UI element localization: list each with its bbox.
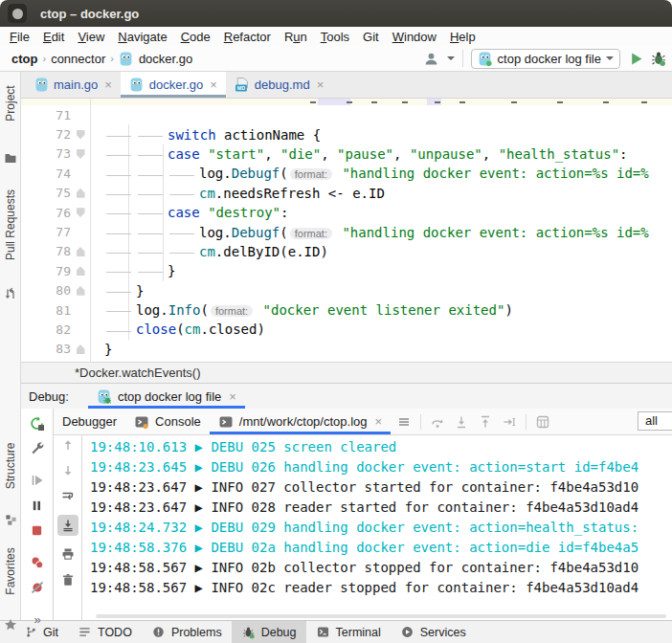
up-icon[interactable] [60, 437, 76, 453]
fold-marker-icon[interactable] [77, 130, 85, 140]
run-button[interactable] [628, 51, 643, 66]
line-number: 83 [21, 342, 71, 356]
close-icon[interactable]: × [229, 390, 236, 403]
menu-item-window[interactable]: Window [386, 30, 443, 44]
soft-wrap-icon[interactable] [60, 489, 76, 504]
menu-item-run[interactable]: Run [278, 30, 314, 44]
statusbar-item-problems[interactable]: Problems [142, 621, 232, 643]
user-icon[interactable] [424, 51, 439, 66]
line-number: 74 [21, 166, 71, 181]
tab-whitespace [104, 285, 136, 299]
statusbar-item-services[interactable]: Services [391, 621, 476, 643]
pull-requests-icon[interactable] [3, 286, 18, 301]
console-tab-debugger[interactable]: Debugger [54, 409, 125, 434]
fold-gutter [71, 208, 90, 217]
ide-window: ctop – docker.go FileEditViewNavigateCod… [0, 0, 672, 643]
code-text: log.Info(format: "docker event listener … [90, 302, 513, 318]
horizontal-scrollbar[interactable] [96, 614, 666, 618]
structure-icon[interactable] [3, 512, 18, 527]
token: Debugf [232, 166, 280, 181]
line-number: 77 [21, 225, 71, 239]
user-dropdown-caret[interactable] [447, 56, 455, 64]
code-editor[interactable]: 7172switch actionName {73case "start", "… [21, 99, 672, 362]
step-into-icon[interactable] [454, 414, 469, 430]
wrench-icon[interactable] [30, 440, 45, 455]
breadcrumb-item[interactable]: connector [51, 52, 105, 66]
close-icon[interactable]: × [374, 415, 382, 428]
view-breakpoints-icon[interactable] [30, 555, 45, 570]
evaluate-icon[interactable] [535, 414, 550, 430]
sidebar-item-structure[interactable]: Structure [4, 443, 17, 490]
editor-tab-debug-md[interactable]: MDdebug.md× [226, 72, 332, 98]
resume-icon[interactable] [30, 473, 45, 488]
code-text: cm.needsRefresh <- e.ID [90, 186, 385, 201]
run-configuration-select[interactable]: ctop docker log file [471, 49, 620, 69]
log-line: 19:48:23.647 ▶ INFO 028 reader started f… [90, 498, 672, 518]
debug-session-tab[interactable]: ctop docker log file × [88, 384, 245, 409]
token: } [104, 342, 112, 357]
menu-item-edit[interactable]: Edit [36, 30, 71, 44]
trash-icon[interactable] [60, 572, 76, 588]
console-tab--mnt-work-ctop-ctop-log[interactable]: /mnt/work/ctop/ctop.log× [210, 409, 391, 434]
run-to-cursor-icon[interactable] [502, 414, 517, 430]
fold-marker-icon[interactable] [77, 344, 85, 354]
sidebar-item-favorites[interactable]: Favorites [4, 547, 17, 594]
statusbar-item-debug[interactable]: Debug [232, 621, 306, 643]
rerun-icon[interactable] [30, 415, 45, 431]
log-output[interactable]: 19:48:10.613 ▶ DEBU 025 screen cleared19… [82, 435, 672, 620]
menu-item-file[interactable]: File [3, 30, 36, 44]
menu-item-view[interactable]: View [71, 30, 111, 44]
fold-marker-icon[interactable] [77, 188, 85, 198]
menu-bar: FileEditViewNavigateCodeRefactorRunTools… [0, 27, 672, 46]
favorites-icon[interactable] [3, 617, 18, 632]
mute-breakpoints-icon[interactable] [30, 580, 45, 595]
fold-marker-icon[interactable] [77, 286, 85, 296]
token: "handling docker event: action=%s id=% [342, 166, 648, 181]
menu-item-help[interactable]: Help [443, 30, 482, 44]
code-line: 72switch actionName { [21, 124, 672, 144]
statusbar-item-git[interactable]: Git [13, 621, 68, 643]
stop-icon[interactable] [30, 522, 45, 538]
step-out-icon[interactable] [478, 414, 493, 430]
token: cm [185, 322, 201, 337]
project-icon[interactable] [3, 150, 18, 166]
hamburger-icon[interactable] [396, 414, 412, 430]
log-filter-select[interactable]: all [638, 411, 672, 431]
window-menu-button[interactable] [8, 4, 27, 23]
token: actionName { [216, 127, 322, 143]
close-icon[interactable]: × [317, 78, 325, 91]
print-icon[interactable] [60, 546, 76, 562]
close-icon[interactable]: × [210, 78, 217, 91]
menu-item-refactor[interactable]: Refactor [217, 30, 278, 44]
statusbar-item-todo[interactable]: TODO [68, 621, 142, 643]
fold-marker-icon[interactable] [77, 247, 85, 256]
run-config-name: ctop docker log file [498, 52, 601, 66]
breadcrumb: ctop›connector›docker.go [0, 51, 192, 66]
pause-icon[interactable] [30, 498, 45, 513]
fold-marker-icon[interactable] [77, 266, 85, 276]
down-icon[interactable] [60, 463, 76, 478]
console-tab-console[interactable]: Console [125, 409, 210, 434]
menu-item-git[interactable]: Git [356, 30, 386, 44]
menu-item-tools[interactable]: Tools [314, 30, 356, 44]
code-line: 80} [21, 281, 672, 300]
sidebar-item-pull-requests[interactable]: Pull Requests [4, 189, 17, 260]
editor-tab-main-go[interactable]: main.go× [25, 72, 121, 98]
breadcrumb-item[interactable]: ctop [11, 52, 37, 66]
status-bar: GitTODOProblemsDebugTerminalServices [0, 620, 672, 643]
sidebar-item-project[interactable]: Project [4, 85, 17, 121]
log-line: 19:48:23.645 ▶ DEBU 026 handling docker … [90, 457, 672, 477]
fold-marker-icon[interactable] [77, 208, 85, 217]
debug-button[interactable] [651, 51, 666, 66]
statusbar-item-terminal[interactable]: Terminal [306, 621, 391, 643]
editor-tab-docker-go[interactable]: docker.go× [121, 72, 226, 98]
menu-item-code[interactable]: Code [174, 30, 217, 44]
step-over-icon[interactable] [430, 414, 445, 430]
breadcrumb-item[interactable]: docker.go [139, 52, 192, 66]
fold-marker-icon[interactable] [77, 149, 85, 159]
close-icon[interactable]: × [104, 78, 112, 91]
code-text: case "start", "die", "pause", "unpause",… [90, 146, 628, 162]
go-file-icon [119, 51, 134, 66]
scroll-to-end-icon[interactable] [57, 515, 78, 536]
menu-item-navigate[interactable]: Navigate [111, 30, 173, 44]
